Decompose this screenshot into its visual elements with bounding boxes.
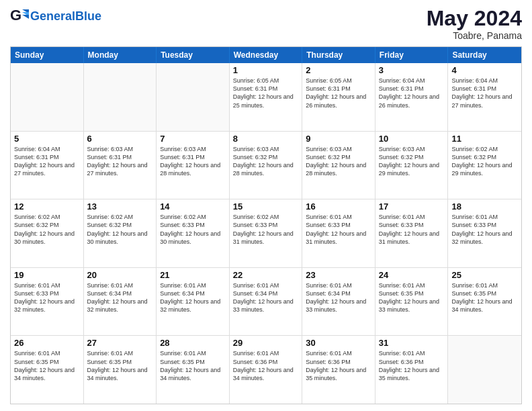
day-number: 13 bbox=[87, 201, 153, 212]
cell-detail: Sunrise: 6:01 AMSunset: 6:33 PMDaylight:… bbox=[14, 281, 80, 314]
calendar-row-4: 19Sunrise: 6:01 AMSunset: 6:33 PMDayligh… bbox=[11, 268, 521, 336]
day-number: 7 bbox=[160, 134, 226, 144]
calendar-body: 1Sunrise: 6:05 AMSunset: 6:31 PMDaylight… bbox=[11, 63, 521, 404]
day-number: 2 bbox=[306, 65, 371, 75]
cell-detail: Sunrise: 6:03 AMSunset: 6:32 PMDaylight:… bbox=[379, 145, 445, 178]
svg-text:G: G bbox=[10, 7, 21, 24]
calendar-cell: 21Sunrise: 6:01 AMSunset: 6:34 PMDayligh… bbox=[157, 268, 230, 336]
cell-detail: Sunrise: 6:01 AMSunset: 6:33 PMDaylight:… bbox=[379, 213, 445, 246]
cell-detail: Sunrise: 6:02 AMSunset: 6:33 PMDaylight:… bbox=[160, 213, 226, 246]
calendar-cell: 16Sunrise: 6:01 AMSunset: 6:33 PMDayligh… bbox=[302, 199, 375, 267]
calendar-cell: 19Sunrise: 6:01 AMSunset: 6:33 PMDayligh… bbox=[11, 268, 84, 336]
cell-detail: Sunrise: 6:05 AMSunset: 6:31 PMDaylight:… bbox=[306, 77, 371, 109]
day-number: 8 bbox=[233, 134, 299, 144]
title-area: May 2024 Toabre, Panama bbox=[427, 7, 522, 41]
calendar-cell: 5Sunrise: 6:04 AMSunset: 6:31 PMDaylight… bbox=[11, 132, 84, 199]
calendar-cell: 12Sunrise: 6:02 AMSunset: 6:32 PMDayligh… bbox=[11, 199, 84, 267]
cell-detail: Sunrise: 6:05 AMSunset: 6:31 PMDaylight:… bbox=[233, 77, 299, 109]
day-number: 18 bbox=[451, 201, 518, 212]
calendar-cell: 1Sunrise: 6:05 AMSunset: 6:31 PMDaylight… bbox=[230, 63, 303, 131]
header-cell-sunday: Sunday bbox=[11, 47, 84, 63]
calendar-cell: 30Sunrise: 6:01 AMSunset: 6:36 PMDayligh… bbox=[302, 336, 375, 404]
cell-detail: Sunrise: 6:02 AMSunset: 6:32 PMDaylight:… bbox=[451, 145, 518, 178]
cell-detail: Sunrise: 6:01 AMSunset: 6:35 PMDaylight:… bbox=[87, 349, 153, 382]
calendar-cell: 27Sunrise: 6:01 AMSunset: 6:35 PMDayligh… bbox=[84, 336, 157, 404]
day-number: 11 bbox=[451, 134, 518, 144]
cell-detail: Sunrise: 6:04 AMSunset: 6:31 PMDaylight:… bbox=[451, 77, 518, 109]
month-year: May 2024 bbox=[427, 7, 522, 30]
calendar-cell: 15Sunrise: 6:02 AMSunset: 6:33 PMDayligh… bbox=[230, 199, 303, 267]
logo-icon: G bbox=[10, 7, 29, 26]
day-number: 29 bbox=[233, 338, 299, 348]
calendar-cell: 29Sunrise: 6:01 AMSunset: 6:36 PMDayligh… bbox=[230, 336, 303, 404]
calendar-page: G GeneralBlue May 2024 Toabre, Panama Su… bbox=[0, 0, 532, 411]
calendar-cell: 26Sunrise: 6:01 AMSunset: 6:35 PMDayligh… bbox=[11, 336, 84, 404]
calendar-cell: 3Sunrise: 6:04 AMSunset: 6:31 PMDaylight… bbox=[375, 63, 449, 131]
day-number: 1 bbox=[233, 65, 299, 75]
day-number: 30 bbox=[306, 338, 371, 348]
cell-detail: Sunrise: 6:01 AMSunset: 6:35 PMDaylight:… bbox=[379, 281, 445, 314]
cell-detail: Sunrise: 6:01 AMSunset: 6:33 PMDaylight:… bbox=[451, 213, 518, 246]
cell-detail: Sunrise: 6:03 AMSunset: 6:31 PMDaylight:… bbox=[160, 145, 226, 178]
calendar-cell: 17Sunrise: 6:01 AMSunset: 6:33 PMDayligh… bbox=[375, 199, 449, 267]
calendar-row-2: 5Sunrise: 6:04 AMSunset: 6:31 PMDaylight… bbox=[11, 132, 521, 200]
day-number: 31 bbox=[379, 338, 445, 348]
cell-detail: Sunrise: 6:02 AMSunset: 6:33 PMDaylight:… bbox=[233, 213, 299, 246]
cell-detail: Sunrise: 6:01 AMSunset: 6:35 PMDaylight:… bbox=[14, 349, 80, 382]
calendar-header: SundayMondayTuesdayWednesdayThursdayFrid… bbox=[11, 47, 521, 63]
day-number: 12 bbox=[14, 201, 80, 212]
cell-detail: Sunrise: 6:01 AMSunset: 6:34 PMDaylight:… bbox=[306, 281, 371, 314]
calendar-cell: 20Sunrise: 6:01 AMSunset: 6:34 PMDayligh… bbox=[84, 268, 157, 336]
day-number: 25 bbox=[451, 270, 518, 280]
cell-detail: Sunrise: 6:01 AMSunset: 6:36 PMDaylight:… bbox=[233, 349, 299, 382]
calendar-cell: 6Sunrise: 6:03 AMSunset: 6:31 PMDaylight… bbox=[84, 132, 157, 199]
cell-detail: Sunrise: 6:01 AMSunset: 6:35 PMDaylight:… bbox=[160, 349, 226, 382]
calendar-cell: 14Sunrise: 6:02 AMSunset: 6:33 PMDayligh… bbox=[157, 199, 230, 267]
calendar-cell: 22Sunrise: 6:01 AMSunset: 6:34 PMDayligh… bbox=[230, 268, 303, 336]
cell-detail: Sunrise: 6:01 AMSunset: 6:36 PMDaylight:… bbox=[306, 349, 371, 382]
header-cell-thursday: Thursday bbox=[302, 47, 375, 63]
cell-detail: Sunrise: 6:01 AMSunset: 6:35 PMDaylight:… bbox=[451, 281, 518, 314]
calendar-cell: 23Sunrise: 6:01 AMSunset: 6:34 PMDayligh… bbox=[302, 268, 375, 336]
calendar-cell bbox=[11, 63, 84, 131]
header-cell-tuesday: Tuesday bbox=[157, 47, 230, 63]
calendar-cell: 7Sunrise: 6:03 AMSunset: 6:31 PMDaylight… bbox=[157, 132, 230, 199]
svg-marker-3 bbox=[22, 15, 29, 19]
day-number: 3 bbox=[379, 65, 445, 75]
calendar-cell: 4Sunrise: 6:04 AMSunset: 6:31 PMDaylight… bbox=[448, 63, 521, 131]
header-cell-monday: Monday bbox=[84, 47, 157, 63]
calendar-cell: 24Sunrise: 6:01 AMSunset: 6:35 PMDayligh… bbox=[375, 268, 449, 336]
day-number: 14 bbox=[160, 201, 226, 212]
cell-detail: Sunrise: 6:04 AMSunset: 6:31 PMDaylight:… bbox=[379, 77, 445, 109]
calendar-cell: 10Sunrise: 6:03 AMSunset: 6:32 PMDayligh… bbox=[375, 132, 449, 199]
day-number: 19 bbox=[14, 270, 80, 280]
day-number: 20 bbox=[87, 270, 153, 280]
header-cell-saturday: Saturday bbox=[448, 47, 521, 63]
day-number: 15 bbox=[233, 201, 299, 212]
calendar-cell bbox=[448, 336, 521, 404]
day-number: 22 bbox=[233, 270, 299, 280]
calendar-cell: 13Sunrise: 6:02 AMSunset: 6:32 PMDayligh… bbox=[84, 199, 157, 267]
cell-detail: Sunrise: 6:02 AMSunset: 6:32 PMDaylight:… bbox=[87, 213, 153, 246]
day-number: 21 bbox=[160, 270, 226, 280]
location: Toabre, Panama bbox=[427, 30, 522, 41]
day-number: 17 bbox=[379, 201, 445, 212]
calendar-cell: 18Sunrise: 6:01 AMSunset: 6:33 PMDayligh… bbox=[448, 199, 521, 267]
calendar-cell: 2Sunrise: 6:05 AMSunset: 6:31 PMDaylight… bbox=[302, 63, 375, 131]
calendar-cell: 8Sunrise: 6:03 AMSunset: 6:32 PMDaylight… bbox=[230, 132, 303, 199]
cell-detail: Sunrise: 6:04 AMSunset: 6:31 PMDaylight:… bbox=[14, 145, 80, 178]
day-number: 5 bbox=[14, 134, 80, 144]
day-number: 28 bbox=[160, 338, 226, 348]
header-cell-friday: Friday bbox=[375, 47, 449, 63]
calendar-cell: 31Sunrise: 6:01 AMSunset: 6:36 PMDayligh… bbox=[375, 336, 449, 404]
day-number: 26 bbox=[14, 338, 80, 348]
logo: G GeneralBlue bbox=[10, 7, 101, 26]
day-number: 27 bbox=[87, 338, 153, 348]
logo-text: GeneralBlue bbox=[30, 9, 101, 24]
header: G GeneralBlue May 2024 Toabre, Panama bbox=[10, 7, 522, 41]
cell-detail: Sunrise: 6:01 AMSunset: 6:34 PMDaylight:… bbox=[233, 281, 299, 314]
calendar-row-5: 26Sunrise: 6:01 AMSunset: 6:35 PMDayligh… bbox=[11, 336, 521, 404]
cell-detail: Sunrise: 6:01 AMSunset: 6:33 PMDaylight:… bbox=[306, 213, 371, 246]
cell-detail: Sunrise: 6:01 AMSunset: 6:36 PMDaylight:… bbox=[379, 349, 445, 382]
header-cell-wednesday: Wednesday bbox=[230, 47, 303, 63]
